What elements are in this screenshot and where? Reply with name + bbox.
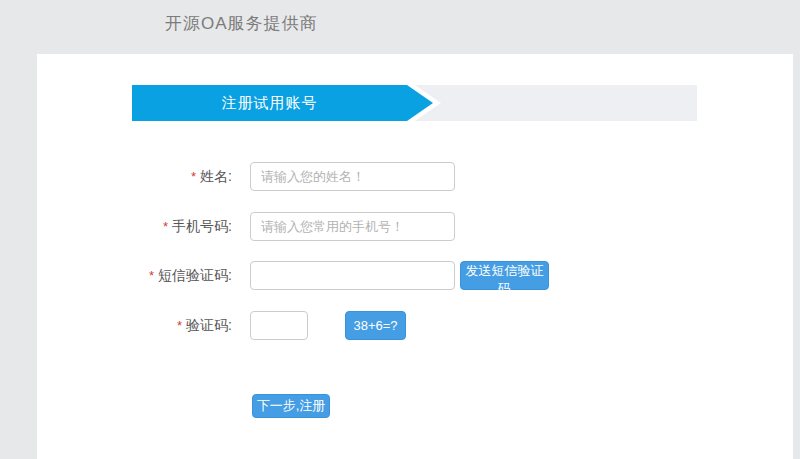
name-label: *姓名: <box>37 162 250 191</box>
send-sms-code-button[interactable]: 发送短信验证码 <box>460 261 549 290</box>
section-banner: 注册试用账号 <box>132 85 697 121</box>
required-asterisk: * <box>177 318 182 333</box>
brand-title: 开源OA服务提供商 <box>165 12 318 35</box>
captcha-input[interactable] <box>250 311 308 340</box>
name-input[interactable] <box>250 162 455 191</box>
required-asterisk: * <box>149 268 154 283</box>
captcha-question-button[interactable]: 38+6=? <box>345 311 406 340</box>
form-row-phone: *手机号码: <box>37 212 793 241</box>
form-row-captcha: *验证码: 38+6=? <box>37 311 793 340</box>
registration-card: 注册试用账号 *姓名: *手机号码: *短信验证码: 发送短信验证码 *验证码:… <box>37 54 793 459</box>
form-row-name: *姓名: <box>37 162 793 191</box>
section-title: 注册试用账号 <box>222 94 318 111</box>
required-asterisk: * <box>163 219 168 234</box>
banner-arrow-icon <box>407 85 447 121</box>
section-banner-ribbon: 注册试用账号 <box>132 85 407 121</box>
captcha-label: *验证码: <box>37 311 250 340</box>
submit-register-button[interactable]: 下一步,注册 <box>252 394 330 418</box>
site-header: 开源OA服务提供商 <box>0 0 800 54</box>
sms-code-input[interactable] <box>250 261 455 290</box>
required-asterisk: * <box>191 169 196 184</box>
form-row-sms-code: *短信验证码: 发送短信验证码 <box>37 261 793 290</box>
phone-input[interactable] <box>250 212 455 241</box>
sms-code-label: *短信验证码: <box>37 261 250 290</box>
phone-label: *手机号码: <box>37 212 250 241</box>
